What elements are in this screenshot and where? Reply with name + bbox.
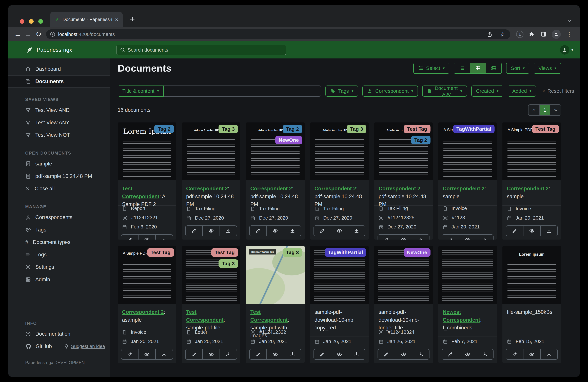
sidebar-item-tags[interactable]: Tags xyxy=(8,223,110,236)
document-thumbnail[interactable]: Adobe Acrobat PDF Files Test Tag Tag 2 xyxy=(374,122,433,181)
bookmark-star-icon[interactable]: ☆ xyxy=(498,31,508,38)
download-button[interactable] xyxy=(412,235,429,240)
edit-button[interactable] xyxy=(506,226,523,236)
reload-icon[interactable]: ↻ xyxy=(33,31,44,38)
download-button[interactable] xyxy=(348,226,365,236)
document-thumbnail[interactable]: A Simple PDF File Test Tag xyxy=(503,122,561,181)
extensions-puzzle-icon[interactable] xyxy=(525,31,538,37)
document-thumbnail[interactable]: Adobe Acrobat PDF Files Tag 3 xyxy=(310,122,369,181)
document-thumbnail[interactable]: TagWithPartial xyxy=(310,246,369,304)
tag-badge[interactable]: Test Tag xyxy=(404,125,430,133)
view-button[interactable] xyxy=(202,226,220,236)
sidebar-item-test-view-and[interactable]: Test View AND xyxy=(8,104,110,116)
sidebar-item-github-label[interactable]: GitHub xyxy=(36,343,52,349)
side-panel-icon[interactable] xyxy=(538,31,550,37)
tag-badge[interactable]: Test Tag xyxy=(532,125,559,133)
edit-button[interactable] xyxy=(250,226,266,236)
tag-badge[interactable]: Tag 2 xyxy=(411,136,430,144)
view-button[interactable] xyxy=(331,226,348,236)
document-thumbnail[interactable] xyxy=(438,246,497,304)
edit-button[interactable] xyxy=(506,349,523,359)
sort-button[interactable]: Sort ▾ xyxy=(506,63,529,74)
view-button[interactable] xyxy=(331,349,348,359)
tag-badge[interactable]: Tag 3 xyxy=(219,125,238,133)
view-button[interactable] xyxy=(138,235,155,240)
address-bar[interactable]: localhost:4200/documents ☆ xyxy=(46,29,510,39)
download-button[interactable] xyxy=(155,235,172,240)
sidebar-item-documentation[interactable]: Documentation xyxy=(8,328,110,340)
tag-badge[interactable]: TagWithPartial xyxy=(325,248,366,257)
list-view-button[interactable] xyxy=(454,63,470,73)
sidebar-item-test-view-any[interactable]: Test View ANY xyxy=(8,116,110,129)
download-button[interactable] xyxy=(220,226,237,236)
document-thumbnail[interactable]: A Simple PDF File TagWithPartial xyxy=(438,122,497,181)
download-button[interactable] xyxy=(284,226,301,236)
views-button[interactable]: Views ▾ xyxy=(534,63,561,74)
sidebar-item-correspondents[interactable]: Correspondents xyxy=(8,211,110,223)
browser-menu-kebab-icon[interactable]: ⋮ xyxy=(563,30,576,38)
added-filter-button[interactable]: Added ▾ xyxy=(508,85,536,97)
download-button[interactable] xyxy=(348,349,365,359)
share-icon[interactable] xyxy=(484,31,495,37)
new-tab-button[interactable]: + xyxy=(130,15,135,23)
edit-button[interactable] xyxy=(442,235,459,240)
download-button[interactable] xyxy=(284,349,301,359)
document-thumbnail[interactable]: Lorem Ipsum Tag 2 xyxy=(118,122,176,181)
view-button[interactable] xyxy=(459,349,476,359)
view-button[interactable] xyxy=(138,349,155,359)
close-window-button[interactable] xyxy=(20,19,24,24)
tag-badge[interactable]: NewOne xyxy=(404,248,430,257)
correspondent-filter-button[interactable]: Correspondent ▾ xyxy=(362,85,418,97)
sidebar-item-close-all[interactable]: Close all xyxy=(8,182,110,195)
document-thumbnail[interactable]: Test Tag Tag 3 xyxy=(182,246,241,304)
document-thumbnail[interactable]: Adobe Acrobat PDF Files Tag 2 NewOne xyxy=(246,122,305,181)
correspondent-link[interactable]: Newest Correspondent xyxy=(443,309,480,323)
document-thumbnail[interactable]: Lorem ipsum xyxy=(503,246,561,304)
reset-filters-button[interactable]: × Reset filters xyxy=(542,88,574,94)
download-button[interactable] xyxy=(476,349,493,359)
correspondent-link[interactable]: Test Correspondent xyxy=(122,186,159,200)
edit-button[interactable] xyxy=(314,226,331,236)
maximize-window-button[interactable] xyxy=(38,19,43,24)
edit-button[interactable] xyxy=(121,235,138,240)
tag-badge[interactable]: Tag 2 xyxy=(283,125,302,133)
tab-close-icon[interactable]: × xyxy=(115,16,118,23)
document-thumbnail[interactable]: A Simple PDF File Test Tag xyxy=(118,246,176,304)
edit-button[interactable] xyxy=(186,226,202,236)
next-page-button[interactable]: » xyxy=(550,105,561,115)
view-button[interactable] xyxy=(202,349,220,359)
tags-filter-button[interactable]: Tags ▾ xyxy=(325,85,358,97)
browser-profile-avatar[interactable] xyxy=(552,30,561,39)
detail-view-button[interactable] xyxy=(486,63,502,73)
edit-button[interactable] xyxy=(250,349,266,359)
document-thumbnail[interactable]: Adobe Acrobat PDF Files Tag 3 xyxy=(182,122,241,181)
tag-badge[interactable]: TagWithPartial xyxy=(453,125,495,133)
correspondent-link[interactable]: Correspondent 2 xyxy=(507,186,548,192)
edit-button[interactable] xyxy=(314,349,331,359)
sidebar-item-document-types[interactable]: # Document types xyxy=(8,236,110,248)
forward-icon[interactable]: → xyxy=(23,31,33,38)
download-button[interactable] xyxy=(412,349,429,359)
download-button[interactable] xyxy=(476,235,493,240)
edit-button[interactable] xyxy=(442,349,459,359)
document-thumbnail[interactable]: NewOne xyxy=(374,246,433,304)
correspondent-link[interactable]: Correspondent 2 xyxy=(443,186,484,192)
sidebar-item-logs[interactable]: Logs xyxy=(8,248,110,261)
filter-text-input[interactable] xyxy=(164,85,321,97)
created-filter-button[interactable]: Created ▾ xyxy=(471,85,503,97)
edit-button[interactable] xyxy=(378,349,395,359)
tag-badge[interactable]: Tag 2 xyxy=(154,125,174,133)
sidebar-item-settings[interactable]: Settings xyxy=(8,261,110,273)
download-button[interactable] xyxy=(540,349,557,359)
search-input[interactable] xyxy=(127,47,283,53)
edit-button[interactable] xyxy=(186,349,202,359)
view-button[interactable] xyxy=(395,235,412,240)
edit-button[interactable] xyxy=(121,349,138,359)
browser-tab[interactable]: Documents - Paperless-ngx × xyxy=(50,12,123,27)
correspondent-link[interactable]: Correspondent 2 xyxy=(186,186,228,192)
back-icon[interactable]: ← xyxy=(12,31,23,38)
grid-view-button[interactable] xyxy=(470,63,486,73)
correspondent-link[interactable]: Test Correspondent xyxy=(250,309,288,323)
account-menu[interactable]: ▾ xyxy=(560,45,573,55)
edit-button[interactable] xyxy=(378,235,395,240)
